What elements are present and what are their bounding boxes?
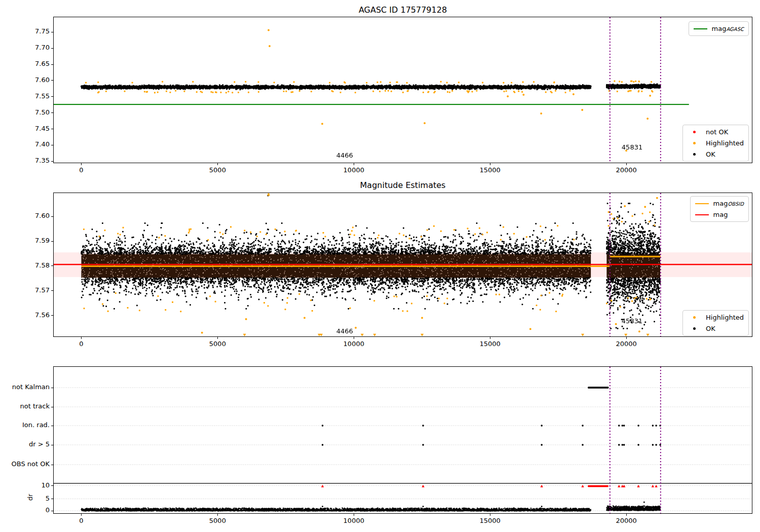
tick-mark bbox=[51, 64, 53, 65]
tick-mark bbox=[51, 445, 53, 445]
tick-mark bbox=[217, 514, 218, 516]
tick-mark bbox=[51, 129, 53, 129]
legend-row-ok: OK bbox=[688, 149, 744, 159]
tick-mark bbox=[51, 465, 53, 465]
tick-mark bbox=[354, 163, 354, 165]
tick-mark bbox=[51, 241, 53, 242]
y-tick-label: 7.35 bbox=[35, 157, 50, 164]
y-tick-label: 7.60 bbox=[35, 76, 50, 84]
legend-row-mag-agasc: magAGASC bbox=[694, 24, 744, 33]
top-plot-title: AGASC ID 175779128 bbox=[54, 5, 752, 15]
y-tick-label: 7.50 bbox=[35, 108, 50, 116]
tick-mark bbox=[81, 514, 82, 516]
tick-mark bbox=[51, 265, 53, 266]
tick-mark bbox=[626, 514, 627, 516]
flag-row-label: Ion. rad. bbox=[22, 421, 50, 429]
obsid-annotation: 45831 bbox=[622, 317, 642, 325]
y-tick-label: 7.55 bbox=[35, 92, 50, 100]
y-tick-label: 7.60 bbox=[35, 212, 50, 219]
x-tick-label: 20000 bbox=[616, 517, 636, 524]
legend-row-highlighted-2: Highlighted bbox=[688, 313, 744, 322]
y-tick-label: 7.59 bbox=[35, 237, 50, 244]
legend-label-ok-2: OK bbox=[706, 325, 715, 332]
tick-mark bbox=[626, 337, 627, 339]
flag-row-label: dr > 5 bbox=[29, 440, 50, 448]
tick-mark bbox=[51, 145, 53, 145]
legend-label-not-ok: not OK bbox=[706, 128, 728, 136]
black-dot-icon bbox=[688, 327, 701, 330]
middle-plot-canvas bbox=[54, 193, 752, 336]
flag-row-label: not Kalman bbox=[12, 383, 50, 391]
legend-row-mag: mag bbox=[695, 210, 744, 219]
legend-row-highlighted: Highlighted bbox=[688, 138, 744, 148]
y-tick-label: 7.40 bbox=[35, 140, 50, 148]
top-plot-line-legend: magAGASC bbox=[689, 21, 749, 36]
middle-plot-title: Magnitude Estimates bbox=[54, 180, 752, 190]
dr-tick-label: 10 bbox=[41, 481, 50, 489]
tick-mark bbox=[490, 163, 490, 165]
x-tick-label: 15000 bbox=[479, 166, 500, 174]
tick-mark bbox=[51, 485, 53, 486]
x-tick-label: 5000 bbox=[209, 340, 226, 348]
y-tick-label: 7.56 bbox=[35, 311, 50, 319]
flag-row-label: not track bbox=[20, 402, 50, 410]
x-tick-label: 20000 bbox=[616, 340, 636, 348]
dr-tick-label: 0 bbox=[46, 506, 50, 514]
tick-mark bbox=[354, 514, 354, 516]
obsid-annotation: 4466 bbox=[336, 327, 353, 335]
legend-label-mag-obsid: magOBSID bbox=[713, 200, 744, 207]
tick-mark bbox=[81, 337, 82, 339]
orange-dot-icon bbox=[688, 142, 701, 144]
legend-label-ok: OK bbox=[706, 150, 715, 158]
obsid-annotation: 4466 bbox=[336, 151, 353, 159]
tick-mark bbox=[51, 48, 53, 49]
x-tick-label: 15000 bbox=[479, 517, 500, 524]
middle-plot bbox=[53, 193, 752, 337]
x-tick-label: 10000 bbox=[344, 166, 364, 174]
red-line-sample bbox=[695, 214, 709, 215]
flag-row-label: OBS not OK bbox=[12, 460, 50, 468]
y-tick-label: 7.75 bbox=[35, 27, 50, 35]
y-tick-label: 7.45 bbox=[35, 125, 50, 132]
legend-row-mag-obsid: magOBSID bbox=[695, 199, 744, 208]
y-tick-label: 7.58 bbox=[35, 261, 50, 269]
dr-tick-label: 5 bbox=[46, 495, 50, 502]
tick-mark bbox=[490, 514, 490, 516]
dr-axis-label: dr bbox=[26, 494, 34, 501]
tick-mark bbox=[51, 80, 53, 81]
orange-line-sample bbox=[695, 203, 709, 204]
legend-row-ok-2: OK bbox=[688, 324, 744, 333]
top-plot-canvas bbox=[54, 17, 752, 163]
legend-row-not-ok: not OK bbox=[688, 127, 744, 137]
x-tick-label: 0 bbox=[79, 166, 83, 174]
tick-mark bbox=[51, 216, 53, 217]
orange-dot-icon bbox=[688, 316, 701, 319]
x-tick-label: 10000 bbox=[344, 517, 364, 524]
tick-mark bbox=[51, 511, 53, 511]
tick-mark bbox=[490, 337, 490, 339]
tick-mark bbox=[51, 32, 53, 32]
tick-mark bbox=[51, 499, 53, 499]
x-tick-label: 10000 bbox=[344, 340, 364, 348]
legend-label-highlighted: Highlighted bbox=[706, 139, 744, 147]
black-dot-icon bbox=[688, 153, 701, 156]
tick-mark bbox=[51, 161, 53, 162]
top-plot-marker-legend: not OK Highlighted OK bbox=[682, 125, 749, 162]
x-tick-label: 5000 bbox=[209, 166, 226, 174]
x-tick-label: 15000 bbox=[479, 340, 500, 348]
x-tick-label: 5000 bbox=[209, 517, 226, 524]
tick-mark bbox=[51, 96, 53, 97]
tick-mark bbox=[354, 337, 354, 339]
x-tick-label: 0 bbox=[79, 517, 83, 524]
tick-mark bbox=[81, 163, 82, 165]
middle-plot-marker-legend: Highlighted OK bbox=[682, 310, 749, 336]
top-plot bbox=[53, 17, 752, 163]
tick-mark bbox=[51, 315, 53, 316]
red-dot-icon bbox=[688, 131, 701, 133]
tick-mark bbox=[51, 290, 53, 291]
x-tick-label: 0 bbox=[79, 340, 83, 348]
tick-mark bbox=[217, 163, 218, 165]
tick-mark bbox=[51, 112, 53, 113]
tick-mark bbox=[51, 388, 53, 388]
tick-mark bbox=[51, 407, 53, 407]
